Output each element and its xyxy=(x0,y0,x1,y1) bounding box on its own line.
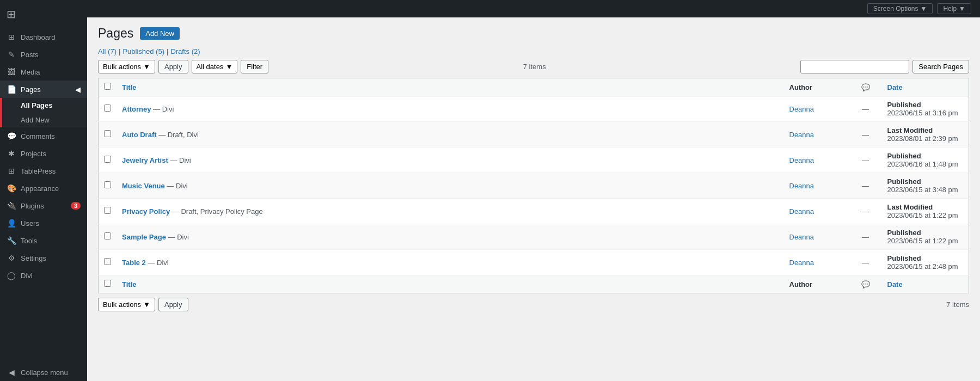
date-status: Last Modified xyxy=(887,126,933,134)
date-value: 2023/06/15 at 3:16 pm xyxy=(887,109,958,117)
row-comment-cell: — xyxy=(849,96,882,122)
row-comment-cell: — xyxy=(849,250,882,275)
sidebar-item-appearance[interactable]: 🎨 Appearance xyxy=(0,180,87,197)
apply-button[interactable]: Apply xyxy=(158,60,188,73)
sidebar-item-label: Plugins xyxy=(21,202,44,210)
page-title-link[interactable]: Sample Page xyxy=(122,233,166,241)
table-header-row: Title Author 💬 Date xyxy=(99,78,969,96)
sidebar-sub-item-all-pages[interactable]: All Pages xyxy=(2,98,87,113)
row-comment-cell: — xyxy=(849,122,882,148)
date-value: 2023/06/16 at 1:48 pm xyxy=(887,160,958,168)
apply-button-bottom[interactable]: Apply xyxy=(158,298,188,311)
date-value: 2023/08/01 at 2:39 pm xyxy=(887,134,958,143)
sidebar-item-settings[interactable]: ⚙ Settings xyxy=(0,249,87,267)
date-filter-select[interactable]: All dates ▼ xyxy=(192,60,238,73)
row-checkbox-cell xyxy=(99,224,117,250)
sidebar-item-media[interactable]: 🖼 Media xyxy=(0,63,87,81)
date-sort-footer-link[interactable]: Date xyxy=(887,280,903,288)
page-title-suffix: — Divi xyxy=(148,259,168,267)
sidebar-item-label: Users xyxy=(21,219,39,228)
filter-drafts-link[interactable]: Drafts (2) xyxy=(170,47,200,56)
bulk-actions-select[interactable]: Bulk actions ▼ xyxy=(98,60,155,73)
sidebar-item-pages[interactable]: 📄 Pages ◀ xyxy=(0,81,87,98)
sidebar-item-tools[interactable]: 🔧 Tools xyxy=(0,232,87,249)
row-title-cell: Privacy Policy — Draft, Privacy Policy P… xyxy=(117,199,784,224)
sidebar-item-label: Dashboard xyxy=(21,33,56,41)
row-checkbox-cell xyxy=(99,199,117,224)
select-all-checkbox[interactable] xyxy=(104,83,111,90)
row-checkbox[interactable] xyxy=(104,105,111,112)
date-status: Published xyxy=(887,152,921,160)
author-link[interactable]: Deanna xyxy=(789,233,814,241)
sidebar-item-collapse[interactable]: ◀ Collapse menu xyxy=(0,364,87,381)
help-chevron-icon: ▼ xyxy=(959,5,965,13)
sidebar-item-comments[interactable]: 💬 Comments xyxy=(0,127,87,145)
author-link[interactable]: Deanna xyxy=(789,131,814,139)
sidebar-item-label: Posts xyxy=(21,51,39,59)
row-checkbox[interactable] xyxy=(104,258,111,265)
title-sort-footer-link[interactable]: Title xyxy=(122,280,137,288)
page-title-link[interactable]: Music Venue xyxy=(122,182,165,190)
screen-options-label: Screen Options xyxy=(873,5,918,13)
sidebar-item-label: Tools xyxy=(21,237,37,245)
author-link[interactable]: Deanna xyxy=(789,105,814,113)
search-pages-button[interactable]: Search Pages xyxy=(912,60,969,73)
row-checkbox[interactable] xyxy=(104,181,111,188)
date-value: 2023/06/15 at 1:22 pm xyxy=(887,211,958,219)
filter-all-link[interactable]: All (7) xyxy=(98,47,117,56)
sidebar-item-label: Comments xyxy=(21,132,55,140)
sidebar-item-plugins[interactable]: 🔌 Plugins 3 xyxy=(0,197,87,214)
page-title-suffix: — Divi xyxy=(168,233,189,241)
sidebar-item-dashboard[interactable]: ⊞ Dashboard xyxy=(0,28,87,46)
row-checkbox[interactable] xyxy=(104,207,111,214)
select-all-footer-checkbox[interactable] xyxy=(104,280,111,287)
sidebar-item-tablepress[interactable]: ⊞ TablePress xyxy=(0,162,87,180)
date-status: Last Modified xyxy=(887,203,933,211)
author-link[interactable]: Deanna xyxy=(789,207,814,216)
filter-published-link[interactable]: Published (5) xyxy=(122,47,164,56)
page-title-link[interactable]: Jewelry Artist xyxy=(122,156,168,164)
row-comment-cell: — xyxy=(849,148,882,173)
bulk-actions-select-bottom[interactable]: Bulk actions ▼ xyxy=(98,298,155,311)
author-link[interactable]: Deanna xyxy=(789,182,814,190)
sidebar-item-projects[interactable]: ✱ Projects xyxy=(0,145,87,162)
page-title-link[interactable]: Table 2 xyxy=(122,259,146,267)
page-header: Pages Add New xyxy=(98,26,969,41)
col-date-footer: Date xyxy=(882,275,969,293)
comment-icon-footer: 💬 xyxy=(861,280,870,288)
date-sort-link[interactable]: Date xyxy=(887,83,903,91)
row-date-cell: Published 2023/06/16 at 1:48 pm xyxy=(882,148,969,173)
page-title-link[interactable]: Attorney xyxy=(122,105,151,113)
top-toolbar: Bulk actions ▼ Apply All dates ▼ Filter … xyxy=(98,60,969,73)
sidebar-item-divi[interactable]: ◯ Divi xyxy=(0,267,87,284)
topbar: Screen Options ▼ Help ▼ xyxy=(87,0,980,17)
add-new-button[interactable]: Add New xyxy=(140,27,180,40)
items-count-top: 7 items xyxy=(523,63,546,71)
row-author-cell: Deanna xyxy=(784,96,849,122)
sidebar: ⊞ ⊞ Dashboard ✎ Posts 🖼 Media 📄 Pages ◀ … xyxy=(0,0,87,381)
author-link[interactable]: Deanna xyxy=(789,259,814,267)
row-checkbox[interactable] xyxy=(104,130,111,137)
row-checkbox[interactable] xyxy=(104,156,111,163)
sidebar-item-users[interactable]: 👤 Users xyxy=(0,214,87,232)
page-title-link[interactable]: Auto Draft xyxy=(122,131,157,139)
users-icon: 👤 xyxy=(7,219,16,228)
search-input[interactable] xyxy=(800,60,909,73)
sidebar-item-posts[interactable]: ✎ Posts xyxy=(0,46,87,63)
title-sort-link[interactable]: Title xyxy=(122,83,137,91)
row-checkbox[interactable] xyxy=(104,232,111,239)
sidebar-item-label: Pages xyxy=(21,85,41,94)
sidebar-sub-item-add-new[interactable]: Add New xyxy=(2,113,87,127)
screen-options-button[interactable]: Screen Options ▼ xyxy=(867,3,933,14)
page-title: Pages xyxy=(98,26,133,41)
page-title-link[interactable]: Privacy Policy xyxy=(122,207,170,216)
sidebar-item-label: Divi xyxy=(21,272,33,280)
filter-button[interactable]: Filter xyxy=(241,60,268,73)
help-button[interactable]: Help ▼ xyxy=(937,3,971,14)
page-title-suffix: — Draft, Privacy Policy Page xyxy=(172,207,263,216)
table-footer-row: Title Author 💬 Date xyxy=(99,275,969,293)
filter-links: All (7) | Published (5) | Drafts (2) xyxy=(98,47,969,56)
row-date-cell: Published 2023/06/15 at 3:48 pm xyxy=(882,173,969,199)
date-status: Published xyxy=(887,101,921,109)
author-link[interactable]: Deanna xyxy=(789,156,814,164)
